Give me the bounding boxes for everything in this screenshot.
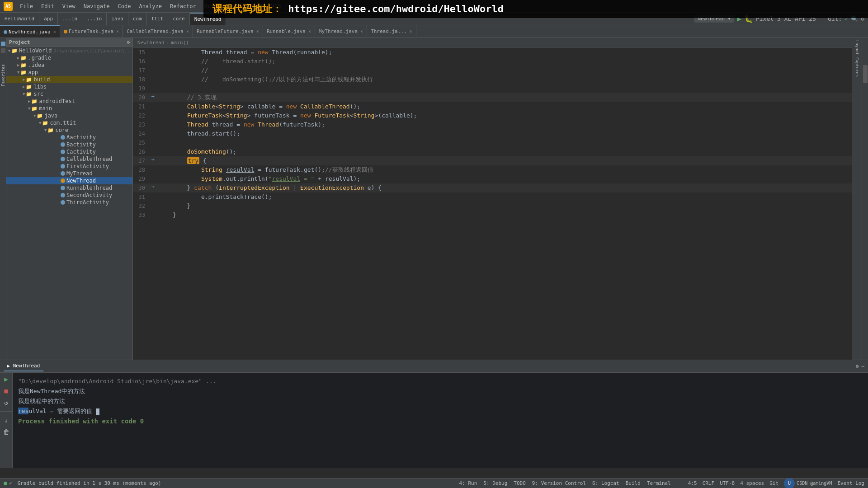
status-gradle: Gradle build finished in 1 s 30 ms (mome… xyxy=(18,480,161,486)
code-editor[interactable]: 15 Thread thread = new Thread(runnable);… xyxy=(133,48,852,360)
app-logo: AS xyxy=(4,2,13,11)
run-tab-btn[interactable]: 4: Run xyxy=(457,479,480,487)
close-icon[interactable]: × xyxy=(410,29,412,34)
status-indent: 4 spaces xyxy=(740,480,764,486)
run-content-area: ▶ ■ ↺ ↓ 🗑 "D:\develop\android\Android St… xyxy=(0,373,868,468)
tree-item-secondactivity[interactable]: SecondActivity xyxy=(6,192,132,199)
code-line-31: 31 e.printStackTrace(); xyxy=(133,192,852,202)
menu-navigate[interactable]: Navigate xyxy=(80,2,113,10)
nav-tab-java[interactable]: java xyxy=(107,13,128,25)
run-play-button[interactable]: ▶ xyxy=(2,375,11,384)
scroll-end-button[interactable]: ↓ xyxy=(2,416,11,425)
tree-item-app[interactable]: ▼ 📁 app xyxy=(6,69,132,76)
left-strip-item[interactable] xyxy=(1,42,5,46)
tree-item-cactivity[interactable]: Cactivity xyxy=(6,148,132,155)
tree-item-androidtest[interactable]: ▶ 📁 androidTest xyxy=(6,98,132,105)
folder-icon: 📁 xyxy=(47,127,54,133)
run-output-2: 我是线程中的方法 xyxy=(18,396,863,406)
run-console[interactable]: "D:\develop\android\Android Studio\jre\b… xyxy=(13,373,868,468)
file-tab-futuretask[interactable]: FutureTask.java × xyxy=(60,25,123,38)
favorites-label[interactable]: Favorites xyxy=(1,64,5,86)
nav-tab-helloworld[interactable]: HelloWorld xyxy=(0,13,39,25)
code-line-33: 33 } xyxy=(133,211,852,220)
nav-tab-app[interactable]: app xyxy=(39,13,58,25)
tree-item-newthread[interactable]: NewThread xyxy=(6,177,132,184)
csdn-label: CSDN @amingVM xyxy=(797,481,832,486)
left-strip-item[interactable] xyxy=(1,48,5,53)
file-tab-thread[interactable]: Thread.ja... × xyxy=(367,25,416,38)
tree-item-java[interactable]: ▼ 📁 java xyxy=(6,112,132,119)
close-icon[interactable]: × xyxy=(308,29,311,34)
course-banner: 课程代码地址： https://gitee.com/hwdroid/HelloW… xyxy=(203,0,868,18)
menu-analyze[interactable]: Analyze xyxy=(135,2,165,10)
code-line-32: 32 } xyxy=(133,202,852,211)
terminal-tab-btn[interactable]: Terminal xyxy=(644,479,674,487)
left-strip: Favorites xyxy=(0,38,6,360)
cursor-highlight: res xyxy=(18,408,28,414)
code-line-16: 16 // thread.start(); xyxy=(133,57,852,66)
line-arrow: → xyxy=(151,156,154,163)
tree-item-firstactivity[interactable]: FirstActivity xyxy=(6,163,132,170)
run-stop-button[interactable]: ■ xyxy=(2,386,11,395)
tree-item-helloworld[interactable]: ▼ 📁 HelloWorld D:\workspace\ttit\android… xyxy=(6,47,132,54)
tree-item-callablethread[interactable]: CallableThread xyxy=(6,155,132,163)
tree-settings-icon[interactable]: ⚙ xyxy=(127,39,130,45)
tree-item-main[interactable]: ▼ 📁 main xyxy=(6,105,132,112)
tree-item-libs[interactable]: ▶ 📁 libs xyxy=(6,83,132,90)
run-tab[interactable]: ▶ NewThread xyxy=(4,361,43,371)
menu-refactor[interactable]: Refactor xyxy=(166,2,200,10)
menu-file[interactable]: File xyxy=(16,2,37,10)
tree-item-bactivity[interactable]: Bactivity xyxy=(6,141,132,148)
tree-item-src[interactable]: ▼ 📁 src xyxy=(6,90,132,98)
line-arrow: → xyxy=(151,93,154,99)
tree-item-runnablethread[interactable]: RunnableThread xyxy=(6,184,132,192)
close-icon[interactable]: × xyxy=(116,29,119,34)
nav-tab-ttit[interactable]: ttit xyxy=(147,13,169,25)
tree-item-core[interactable]: ▼ 📁 core xyxy=(6,127,132,134)
menu-code[interactable]: Code xyxy=(114,2,135,10)
scrollbar[interactable] xyxy=(862,38,868,360)
tree-item-build[interactable]: ▶ 📁 build xyxy=(6,76,132,83)
debug-tab-btn[interactable]: 5: Debug xyxy=(481,479,510,487)
user-area: U CSDN @amingVM xyxy=(784,478,832,488)
tree-item-comttit[interactable]: ▼ 📁 com.ttit xyxy=(6,119,132,127)
scrollbar-thumb[interactable] xyxy=(863,65,868,83)
minimize-icon[interactable]: — xyxy=(861,363,864,369)
java-icon xyxy=(61,200,65,205)
run-rerun-button[interactable]: ↺ xyxy=(2,398,11,407)
close-icon[interactable]: × xyxy=(53,29,56,34)
logcat-tab-btn[interactable]: 6: Logcat xyxy=(590,479,622,487)
tree-item-thirdactivity[interactable]: ThirdActivity xyxy=(6,199,132,206)
file-tab-callablethread[interactable]: CallableThread.java × xyxy=(123,25,193,38)
tree-item-gradle[interactable]: ▶ 📁 .gradle xyxy=(6,54,132,61)
settings-icon[interactable]: ⚙ xyxy=(856,363,859,369)
status-branch: Git xyxy=(769,480,778,486)
file-tab-runnablefuture[interactable]: RunnableFuture.java × xyxy=(193,25,263,38)
expand-icon: ▼ xyxy=(44,128,47,132)
todo-tab-btn[interactable]: TODO xyxy=(511,479,528,487)
nav-tab-com[interactable]: com xyxy=(128,13,147,25)
expand-icon: ▶ xyxy=(17,63,19,67)
file-tab-runnable[interactable]: Runnable.java × xyxy=(263,25,315,38)
menu-edit[interactable]: Edit xyxy=(38,2,58,10)
tree-item-aactivity[interactable]: Aactivity xyxy=(6,134,132,141)
close-icon[interactable]: × xyxy=(360,29,363,34)
menu-view[interactable]: View xyxy=(59,2,79,10)
close-icon[interactable]: × xyxy=(186,29,189,34)
nav-tab-in1[interactable]: ...in xyxy=(58,13,82,25)
tree-item-idea[interactable]: ▶ 📁 .idea xyxy=(6,61,132,69)
captures-label[interactable]: Layout Captures xyxy=(855,40,859,77)
tree-item-mythread[interactable]: MyThread xyxy=(6,170,132,177)
expand-icon: ▼ xyxy=(33,113,36,118)
run-indicator: ✓ xyxy=(4,480,12,486)
version-tab-btn[interactable]: 9: Version Control xyxy=(529,479,589,487)
build-tab-btn[interactable]: Build xyxy=(623,479,643,487)
clear-button[interactable]: 🗑 xyxy=(2,427,11,436)
close-icon[interactable]: × xyxy=(256,29,259,34)
nav-tab-in2[interactable]: ...in xyxy=(82,13,107,25)
code-line-23: 23 Thread thread = new Thread(futureTask… xyxy=(133,120,852,129)
file-tab-newthread[interactable]: NewThread.java × xyxy=(0,25,60,38)
event-log-btn[interactable]: Event Log xyxy=(837,480,864,486)
nav-tab-core[interactable]: core xyxy=(168,13,190,25)
file-tab-mythread[interactable]: MyThread.java × xyxy=(315,25,367,38)
